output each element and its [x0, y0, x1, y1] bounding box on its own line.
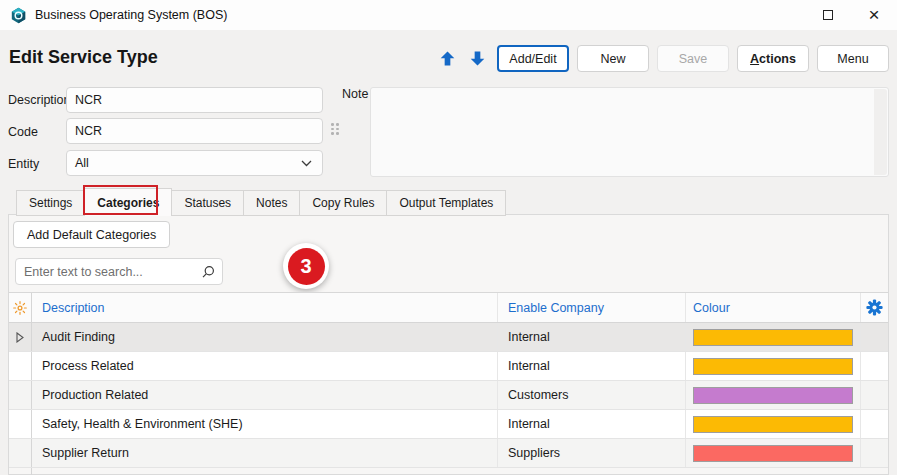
- annotation-badge: 3: [283, 243, 329, 289]
- category-description: Audit Finding: [32, 323, 498, 351]
- actions-button[interactable]: Actions: [737, 45, 809, 72]
- maximize-button[interactable]: [805, 0, 851, 30]
- row-expand-cell[interactable]: [9, 323, 32, 351]
- description-label: Description: [8, 93, 71, 107]
- category-description: Supplier Return: [32, 439, 498, 467]
- note-scrollbar[interactable]: [874, 89, 887, 175]
- table-row[interactable]: Production Related Customers: [9, 381, 888, 410]
- column-header-description[interactable]: Description: [32, 293, 498, 322]
- category-enable-company: Suppliers: [498, 439, 686, 467]
- colour-swatch[interactable]: [693, 387, 853, 404]
- tab-notes[interactable]: Notes: [243, 190, 300, 216]
- navigate-up-button[interactable]: [437, 49, 457, 69]
- annotation-badge-number: 3: [288, 248, 325, 285]
- menu-button[interactable]: Menu: [817, 45, 889, 72]
- search-icon[interactable]: [201, 265, 215, 279]
- entity-select[interactable]: All: [66, 150, 323, 176]
- expand-row-icon: [16, 332, 24, 343]
- categories-tab-panel: Add Default Categories 3: [8, 214, 889, 475]
- row-expand-cell[interactable]: [9, 381, 32, 409]
- code-label: Code: [8, 125, 38, 139]
- colour-swatch[interactable]: [693, 445, 853, 462]
- close-icon: ×: [868, 10, 879, 20]
- tab-output-templates[interactable]: Output Templates: [386, 190, 506, 216]
- tab-statuses[interactable]: Statuses: [171, 190, 244, 216]
- navigate-down-button[interactable]: [467, 49, 487, 69]
- sun-icon: [13, 301, 27, 315]
- arrow-up-icon: [439, 50, 456, 67]
- splitter-grip-handle[interactable]: [331, 123, 339, 135]
- tab-copy-rules[interactable]: Copy Rules: [299, 190, 387, 216]
- entity-selected-value: All: [75, 156, 89, 170]
- note-label: Note: [342, 87, 368, 101]
- category-description: Safety, Health & Environment (SHE): [32, 410, 498, 438]
- grid-header-row: Description Enable Company Colour: [9, 292, 888, 323]
- category-enable-company: Internal: [498, 323, 686, 351]
- note-field[interactable]: [370, 87, 889, 177]
- category-enable-company: Customers: [498, 381, 686, 409]
- table-row[interactable]: Process Related Internal: [9, 352, 888, 381]
- category-enable-company: Internal: [498, 410, 686, 438]
- search-input[interactable]: [16, 259, 198, 284]
- grid-filler: [9, 468, 888, 475]
- entity-label: Entity: [8, 157, 39, 171]
- window-title: Business Operating System (BOS): [35, 8, 227, 22]
- search-box: [15, 258, 223, 285]
- category-description: Production Related: [32, 381, 498, 409]
- new-button[interactable]: New: [577, 45, 649, 72]
- colour-swatch[interactable]: [693, 329, 853, 346]
- colour-swatch[interactable]: [693, 358, 853, 375]
- page-title: Edit Service Type: [9, 47, 158, 68]
- app-logo-icon: [10, 7, 27, 24]
- category-description: Process Related: [32, 352, 498, 380]
- save-button[interactable]: Save: [657, 45, 729, 72]
- app-window: Business Operating System (BOS) × Edit S…: [0, 0, 897, 475]
- description-field[interactable]: [66, 87, 323, 113]
- grid-corner-cell: [9, 293, 32, 322]
- colour-swatch[interactable]: [693, 416, 853, 433]
- title-bar: Business Operating System (BOS) ×: [0, 0, 897, 30]
- table-row[interactable]: Safety, Health & Environment (SHE) Inter…: [9, 410, 888, 439]
- table-row[interactable]: Supplier Return Suppliers: [9, 439, 888, 468]
- add-edit-button[interactable]: Add/Edit: [497, 45, 569, 72]
- table-row[interactable]: Audit Finding Internal: [9, 323, 888, 352]
- add-default-categories-button[interactable]: Add Default Categories: [13, 221, 170, 248]
- gear-icon[interactable]: [866, 299, 883, 316]
- column-header-enable-company[interactable]: Enable Company: [498, 293, 686, 322]
- category-enable-company: Internal: [498, 352, 686, 380]
- column-header-colour[interactable]: Colour: [686, 293, 861, 322]
- toolbar: Add/Edit New Save Actions Menu: [437, 45, 889, 72]
- tab-settings[interactable]: Settings: [16, 190, 85, 216]
- tab-strip: Settings Categories Statuses Notes Copy …: [16, 188, 506, 216]
- maximize-icon: [823, 10, 833, 20]
- row-expand-cell[interactable]: [9, 439, 32, 467]
- row-expand-cell[interactable]: [9, 352, 32, 380]
- tab-categories[interactable]: Categories: [84, 188, 172, 216]
- categories-grid: Description Enable Company Colour: [9, 292, 888, 475]
- arrow-down-icon: [469, 50, 486, 67]
- row-expand-cell[interactable]: [9, 410, 32, 438]
- grid-settings-cell: [861, 293, 888, 322]
- close-button[interactable]: ×: [851, 0, 897, 30]
- chevron-down-icon: [301, 160, 312, 167]
- code-field[interactable]: [66, 118, 323, 144]
